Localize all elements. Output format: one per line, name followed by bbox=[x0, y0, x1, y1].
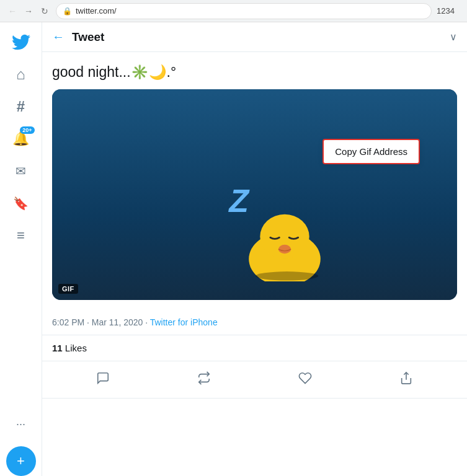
likes-count: 11 bbox=[52, 343, 63, 353]
reply-button[interactable] bbox=[91, 366, 115, 393]
sidebar-item-search[interactable]: # bbox=[6, 92, 36, 121]
back-button[interactable]: ← bbox=[52, 30, 64, 44]
chick-illustration bbox=[235, 201, 334, 281]
sidebar-item-more[interactable]: ··· bbox=[6, 409, 36, 439]
hashtag-icon: # bbox=[17, 98, 25, 115]
share-icon bbox=[399, 371, 413, 388]
forward-nav-button[interactable]: → bbox=[22, 5, 35, 17]
gif-container[interactable]: Z bbox=[52, 89, 457, 300]
svg-point-3 bbox=[278, 245, 290, 253]
tweet-meta: 6:02 PM · Mar 11, 2020 · Twitter for iPh… bbox=[42, 317, 467, 327]
sidebar: ⌂ # 🔔 20+ ✉ 🔖 ≡ ··· + bbox=[0, 22, 42, 476]
compose-icon: + bbox=[17, 453, 25, 469]
sidebar-item-bookmarks[interactable]: 🔖 bbox=[6, 188, 36, 218]
nav-icons: ← → ↻ bbox=[6, 5, 51, 17]
likes-label: Likes bbox=[65, 343, 87, 353]
tweet-timestamp: 6:02 PM · Mar 11, 2020 bbox=[52, 317, 143, 327]
bookmark-icon: 🔖 bbox=[13, 196, 29, 211]
notification-badge: 20+ bbox=[20, 126, 34, 134]
list-icon: ≡ bbox=[17, 227, 25, 244]
reload-button[interactable]: ↻ bbox=[38, 5, 51, 17]
page-title: Tweet bbox=[72, 30, 104, 44]
tweet-likes-section: 11 Likes bbox=[42, 335, 467, 361]
address-bar[interactable]: 🔒 twitter.com/ bbox=[56, 3, 432, 19]
share-button[interactable] bbox=[394, 366, 418, 393]
browser-bar: ← → ↻ 🔒 twitter.com/ 1234 bbox=[0, 0, 467, 22]
home-outline-icon: ⌂ bbox=[16, 66, 25, 83]
url-text: twitter.com/ bbox=[76, 6, 117, 15]
retweet-button[interactable] bbox=[192, 366, 216, 393]
compose-button[interactable]: + bbox=[6, 446, 36, 476]
separator: · bbox=[145, 317, 150, 327]
tweet-detail-header: ← Tweet ∨ bbox=[42, 22, 467, 52]
sidebar-item-messages[interactable]: ✉ bbox=[6, 156, 36, 186]
sidebar-item-lists[interactable]: ≡ bbox=[6, 221, 36, 250]
sidebar-item-home[interactable] bbox=[6, 27, 36, 57]
tweet-source-link[interactable]: Twitter for iPhone bbox=[150, 317, 218, 327]
copy-gif-address-item[interactable]: Copy Gif Address bbox=[335, 146, 407, 157]
back-nav-button[interactable]: ← bbox=[6, 5, 19, 17]
lock-icon: 🔒 bbox=[63, 7, 72, 15]
sidebar-item-explore[interactable]: ⌂ bbox=[6, 60, 36, 89]
svg-point-2 bbox=[256, 271, 318, 280]
twitter-bird-icon bbox=[12, 33, 30, 51]
tweet-action-bar bbox=[42, 361, 467, 399]
mail-icon: ✉ bbox=[16, 164, 26, 178]
chevron-down-icon[interactable]: ∨ bbox=[450, 31, 457, 43]
tab-number: 1234 bbox=[437, 6, 461, 15]
reply-icon bbox=[96, 371, 110, 388]
gif-badge: GIF bbox=[58, 284, 78, 294]
gif-background: Z bbox=[52, 89, 457, 300]
app-layout: ⌂ # 🔔 20+ ✉ 🔖 ≡ ··· + bbox=[0, 22, 467, 476]
like-button[interactable] bbox=[293, 366, 317, 393]
retweet-icon bbox=[197, 371, 211, 388]
context-menu: Copy Gif Address bbox=[322, 139, 420, 164]
tweet-body: good night...✳️🌙.° Z bbox=[42, 52, 467, 317]
more-icon: ··· bbox=[16, 418, 25, 431]
content-area: ← Tweet ∨ good night...✳️🌙.° Z bbox=[42, 22, 467, 476]
heart-icon bbox=[298, 371, 312, 388]
sidebar-item-notifications[interactable]: 🔔 20+ bbox=[6, 124, 36, 154]
tweet-text: good night...✳️🌙.° bbox=[52, 62, 457, 82]
